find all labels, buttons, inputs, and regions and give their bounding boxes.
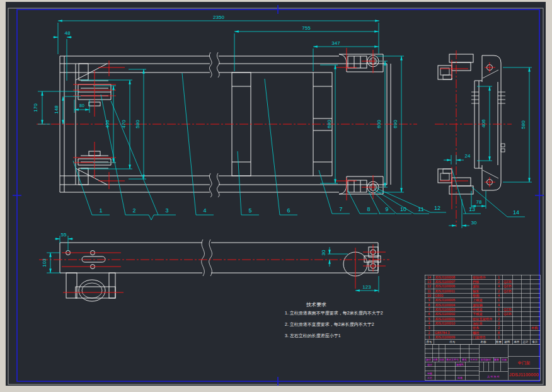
- bom-cell: 链轮组件: [472, 275, 486, 280]
- bom-cell: JDSJ1100005: [435, 298, 455, 302]
- bom-cell: 滚轮轴: [473, 303, 483, 308]
- dim-label-end-30: 30: [471, 220, 477, 226]
- dim-label-2350: 2350: [213, 14, 224, 20]
- part-label-7: 7: [339, 206, 342, 212]
- bom-cell: 4: [498, 284, 500, 288]
- part-label-9: 9: [385, 206, 388, 212]
- bom-cell: 6: [428, 312, 430, 316]
- tb-part-name: 中门架: [518, 360, 531, 365]
- tech-req-item-1: 1. 立柱滑道表面不平度要求，每2米长度内不大于2: [285, 311, 383, 316]
- dim-label-bottom-30: 30: [321, 250, 326, 255]
- bom-cell: 滚轮: [473, 284, 479, 289]
- bom-cell: 4: [498, 294, 500, 297]
- tb-label-weight: 重量: [493, 358, 499, 361]
- bom-cell: JDSJ1100010: [435, 321, 455, 325]
- bom-cell: 下横梁: [473, 312, 483, 316]
- dim-label-main-580: 580: [135, 120, 141, 129]
- bom-cell: 数量: [496, 340, 502, 343]
- bom-cell: 序号: [427, 340, 432, 343]
- bom-cell: 垫圈: [473, 294, 479, 298]
- bom-cell: JDSJ1100002: [435, 312, 455, 316]
- bom-cell: JDSJ1100004: [435, 303, 455, 307]
- bom-cell: 2: [498, 280, 500, 284]
- bom-cell: JDSJ1100008: [435, 275, 455, 279]
- bom-cell: JDSJ1100007: [435, 280, 455, 284]
- bom-cell: 轴套: [473, 289, 479, 294]
- part-label-8: 8: [367, 206, 370, 212]
- part-label-11: 11: [418, 206, 423, 212]
- tb-label-approve: 批准: [457, 376, 463, 379]
- bom-cell: JDSJ1100006: [435, 284, 455, 288]
- part-label-4: 4: [203, 207, 206, 214]
- bom-cell: GB93: [435, 294, 443, 297]
- dim-label-148: 148: [54, 105, 59, 114]
- bom-cell: Q235: [503, 280, 512, 284]
- bom-cell: 挡板: [473, 280, 479, 284]
- dim-label-end-406: 406: [481, 119, 486, 128]
- bom-cell: 代号: [449, 340, 456, 343]
- bom-cell: 10: [427, 294, 431, 297]
- bom-cell: 3: [428, 326, 430, 330]
- tech-req-item-2: 2. 立柱滑道不直度要求，每2米长度内不大于2: [285, 322, 374, 327]
- bom-cell: 2: [498, 321, 500, 325]
- tb-label-date: 年月日: [470, 358, 478, 361]
- bom-cell: 13: [427, 280, 431, 284]
- bom-cell: 总计: [522, 340, 529, 343]
- bom-cell: 2: [498, 326, 500, 330]
- tb-label-review: 审核: [427, 372, 432, 375]
- bom-cell: JDSJ1100003: [435, 308, 455, 311]
- bom-cell: 2: [498, 289, 500, 293]
- bom-cell: 8: [428, 303, 430, 307]
- bom-cell: 外购: [531, 326, 538, 330]
- bom-cell: 1: [498, 275, 500, 279]
- part-label-10: 10: [400, 206, 406, 212]
- bom-cell: JDSJ1100009: [435, 335, 455, 339]
- bom-cell: 2: [428, 331, 430, 335]
- bom-cell: 7: [428, 308, 430, 311]
- bom-cell: 9: [428, 298, 430, 302]
- bom-cell: 1: [498, 308, 500, 311]
- dim-label-680: 680: [326, 120, 332, 129]
- bom-cell: Q235: [503, 312, 512, 316]
- bom-cell: 1: [498, 335, 500, 339]
- part-label-14: 14: [513, 209, 519, 216]
- dim-label-600: 600: [376, 120, 382, 129]
- tb-label-zone: 分区: [439, 358, 444, 361]
- part-label-6: 6: [287, 207, 290, 214]
- dim-label-103: 103: [42, 258, 47, 267]
- tb-label-change-file: 更改文件号: [446, 358, 459, 361]
- dim-label-80: 80: [79, 103, 84, 108]
- bom-cell: 名称: [481, 340, 486, 343]
- part-label-3: 3: [165, 207, 168, 214]
- bom-cell: 链轮支架组件: [472, 317, 493, 321]
- part-label-2: 2: [132, 207, 135, 214]
- bom-cell: 单件: [514, 340, 520, 343]
- bom-cell: Q235: [503, 289, 512, 293]
- bom-cell: JDSJ1100011: [435, 289, 455, 293]
- bom-cell: Q235: [503, 284, 512, 288]
- dim-label-78: 78: [476, 199, 482, 205]
- bom-cell: GB5784.3: [435, 331, 449, 335]
- dim-label-347: 347: [331, 40, 340, 46]
- cad-drawing-window: 2350 755 347 48 170 148 80 406 470 580 6…: [0, 0, 552, 392]
- tech-req-item-3: 3. 左右立柱的长度差应小于1: [285, 333, 341, 338]
- bom-cell: 螺栓: [473, 331, 480, 335]
- bom-cell: 油缸座: [473, 321, 483, 326]
- bom-cell: 14: [427, 275, 431, 279]
- dim-label-123: 123: [362, 284, 371, 290]
- tb-label-sheet-info: 共 张 第 张: [487, 375, 499, 378]
- dim-label-48: 48: [65, 30, 71, 36]
- dim-label-24: 24: [465, 153, 471, 159]
- tech-req-title: 技术要求: [306, 302, 326, 308]
- bom-cell: 5: [428, 317, 430, 321]
- bom-cell: 12: [427, 284, 431, 288]
- tb-label-process: 工艺: [427, 376, 432, 379]
- bom-cell: Q235: [503, 308, 512, 311]
- bom-cell: 门架焊合: [473, 335, 486, 340]
- dim-label-end-580: 580: [520, 120, 526, 129]
- bom-cell: 1: [428, 335, 430, 339]
- bom-cell: 4: [428, 321, 430, 325]
- bom-cell: 1: [498, 298, 500, 302]
- tb-drawing-no: JDSJ1100000: [509, 372, 539, 377]
- bom-cell: 中横梁: [473, 308, 483, 311]
